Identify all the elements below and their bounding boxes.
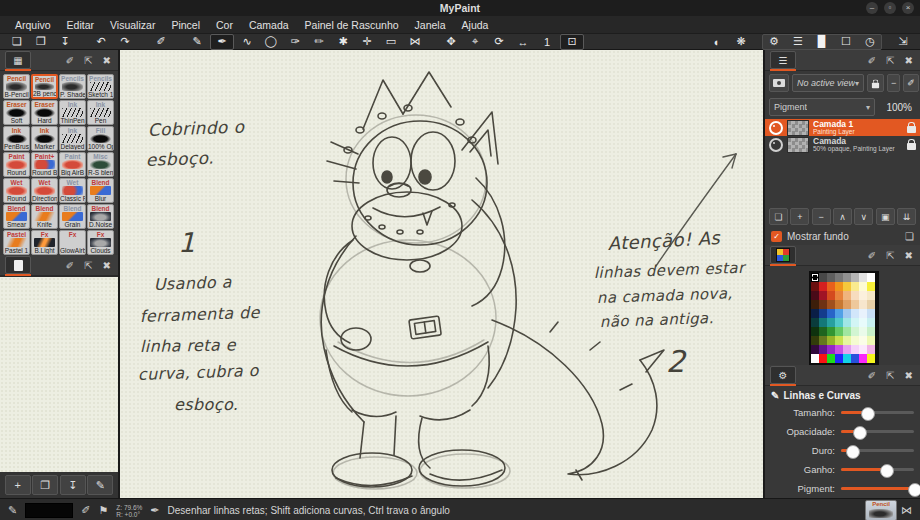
palette-swatch[interactable] xyxy=(811,336,819,345)
slider-track[interactable] xyxy=(841,411,914,414)
brush-round[interactable]: PaintRound xyxy=(3,152,30,177)
layers-toggle-button[interactable]: ☰ xyxy=(787,35,809,49)
palette-swatch[interactable] xyxy=(843,327,851,336)
edit-panel-icon[interactable]: ✐ xyxy=(866,55,878,66)
palette-swatch[interactable] xyxy=(859,327,867,336)
slider-handle[interactable] xyxy=(880,464,894,478)
palette-swatch[interactable] xyxy=(835,300,843,309)
inking-button[interactable]: ✑ xyxy=(284,35,306,49)
palette-swatch[interactable] xyxy=(867,309,875,318)
save-file-button[interactable]: ↧ xyxy=(54,35,76,49)
palette-swatch[interactable] xyxy=(835,291,843,300)
detach-panel-icon[interactable]: ⇱ xyxy=(884,250,896,261)
brush-clouds[interactable]: FxClouds xyxy=(87,230,114,255)
menu-painel-de-rascunho[interactable]: Painel de Rascunho xyxy=(298,18,406,32)
brush-glowairb[interactable]: FxGlowAirb xyxy=(59,230,86,255)
palette-swatch[interactable] xyxy=(835,336,843,345)
layer-lower-button[interactable]: ∨ xyxy=(854,208,873,225)
background-document-icon[interactable]: ❏ xyxy=(905,231,914,242)
brush-smear[interactable]: BlendSmear xyxy=(3,204,30,229)
freehand-button[interactable]: ✎ xyxy=(186,35,208,49)
palette-swatch[interactable] xyxy=(811,327,819,336)
menu-arquivo[interactable]: Arquivo xyxy=(8,18,58,32)
palette-swatch[interactable] xyxy=(851,273,859,282)
preferences-button[interactable]: ⚙ xyxy=(763,35,785,49)
scratchpad-tab[interactable] xyxy=(5,256,31,274)
open-file-button[interactable]: ❐ xyxy=(30,35,52,49)
connected-lines-button[interactable]: ∿ xyxy=(236,35,258,49)
palette-swatch[interactable] xyxy=(827,318,835,327)
palette-swatch[interactable] xyxy=(867,336,875,345)
palette-swatch[interactable] xyxy=(827,273,835,282)
eye-icon[interactable] xyxy=(769,138,783,152)
slider-track[interactable] xyxy=(841,430,914,433)
palette-swatch[interactable] xyxy=(867,282,875,291)
eraser-button[interactable]: ✐ xyxy=(150,35,172,49)
zoom-view-button[interactable]: ⌖ xyxy=(464,35,486,49)
layer-merge-button[interactable]: ⇊ xyxy=(897,208,916,225)
slider-track[interactable] xyxy=(841,468,914,471)
current-color-swatch[interactable] xyxy=(25,503,73,518)
brush-thinpen[interactable]: InkThinPen xyxy=(59,100,86,125)
palette-swatch[interactable] xyxy=(819,354,827,363)
palette-swatch[interactable] xyxy=(835,273,843,282)
brush-knife[interactable]: BlendKnife xyxy=(31,204,58,229)
palette-swatch[interactable] xyxy=(819,345,827,354)
palette-swatch[interactable] xyxy=(851,282,859,291)
palette-swatch[interactable] xyxy=(843,354,851,363)
slider-handle[interactable] xyxy=(861,407,875,421)
palette-swatch[interactable] xyxy=(827,336,835,345)
palette-swatch[interactable] xyxy=(819,318,827,327)
palette-swatch[interactable] xyxy=(859,354,867,363)
flood-fill-button[interactable]: ✱ xyxy=(332,35,354,49)
fullscreen-toggle-button[interactable]: ☐ xyxy=(835,35,857,49)
menu-cor[interactable]: Cor xyxy=(209,18,240,32)
layer-row[interactable]: Camada 1Painting Layer xyxy=(765,119,920,136)
main-canvas[interactable]: Cobrindo o esboço. 1 Usando a ferramenta… xyxy=(120,50,763,498)
brush-p--shade[interactable]: PencilsP. Shade xyxy=(59,74,86,99)
palette-swatch[interactable] xyxy=(811,300,819,309)
brush-pen[interactable]: InkPen xyxy=(87,100,114,125)
undo-button[interactable]: ↶ xyxy=(90,35,112,49)
view-snapshot-button[interactable] xyxy=(769,74,789,92)
move-layer-button[interactable]: ✛ xyxy=(356,35,378,49)
layer-row[interactable]: Camada50% opaque, Painting Layer xyxy=(765,136,920,153)
palette-swatch[interactable] xyxy=(811,354,819,363)
slider-handle[interactable] xyxy=(846,445,860,459)
close-panel-icon[interactable]: ✖ xyxy=(101,260,113,271)
fit-view-button[interactable]: ⊡ xyxy=(560,34,584,50)
close-panel-icon[interactable]: ✖ xyxy=(903,55,915,66)
lines-curves-button[interactable]: ✒ xyxy=(210,34,234,50)
symmetry-butterfly-icon[interactable]: ⋈ xyxy=(901,504,912,517)
palette-swatch[interactable] xyxy=(859,273,867,282)
close-button[interactable]: × xyxy=(902,2,914,14)
brush-pastel-1[interactable]: PastelPastel 1 xyxy=(3,230,30,255)
palette-swatch[interactable] xyxy=(835,318,843,327)
brush-sets-button[interactable]: ❋ xyxy=(730,35,752,49)
history-toggle-button[interactable]: ◷ xyxy=(859,35,881,49)
palette-swatch[interactable] xyxy=(851,318,859,327)
minimize-button[interactable]: – xyxy=(866,2,878,14)
view-dropdown[interactable]: No active view ▾ xyxy=(792,74,864,92)
edit-panel-icon[interactable]: ✐ xyxy=(64,260,76,271)
brush-classic-p-[interactable]: WetClassic P. xyxy=(59,178,86,203)
palette-swatch[interactable] xyxy=(851,291,859,300)
detach-panel-icon[interactable]: ⇱ xyxy=(884,55,896,66)
palette-swatch[interactable] xyxy=(827,327,835,336)
mirror-view-button[interactable]: ↔ xyxy=(512,35,534,49)
palette-swatch[interactable] xyxy=(827,345,835,354)
brush-round[interactable]: WetRound xyxy=(3,178,30,203)
palette-swatch[interactable] xyxy=(827,354,835,363)
scratch-open-button[interactable]: ❐ xyxy=(32,475,58,495)
zoom-one-button[interactable]: 1 xyxy=(536,35,558,49)
palette-swatch[interactable] xyxy=(843,282,851,291)
close-panel-icon[interactable]: ✖ xyxy=(101,55,113,66)
palette-swatch[interactable] xyxy=(859,336,867,345)
edit-panel-icon[interactable]: ✐ xyxy=(866,250,878,261)
unlock-icon[interactable] xyxy=(907,126,916,133)
palette-swatch[interactable] xyxy=(827,309,835,318)
symmetry-button[interactable]: ⋈ xyxy=(404,35,426,49)
palette-swatch[interactable] xyxy=(811,273,819,282)
palette-swatch[interactable] xyxy=(835,354,843,363)
rotate-view-button[interactable]: ⟳ xyxy=(488,35,510,49)
